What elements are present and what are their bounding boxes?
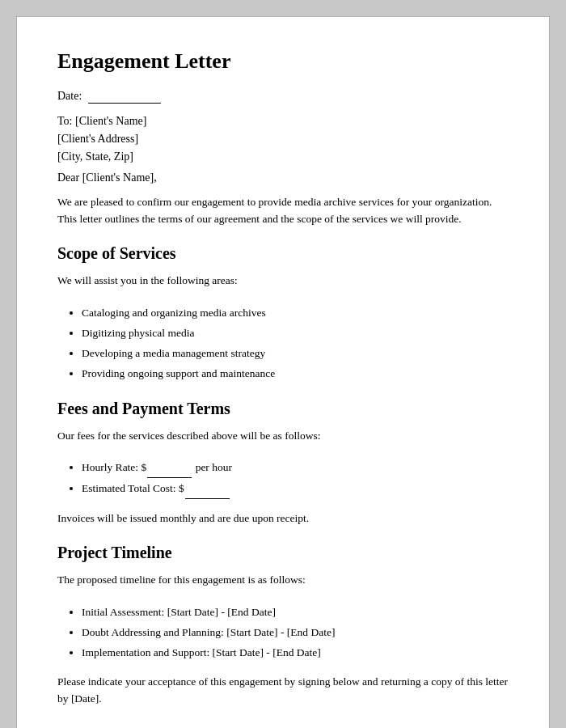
invoice-note: Invoices will be issued monthly and are … xyxy=(57,510,509,527)
document: Engagement Letter Date: To: [Client's Na… xyxy=(16,16,550,728)
city-line: [City, State, Zip] xyxy=(57,150,509,163)
list-item: Cataloging and organizing media archives xyxy=(82,304,509,323)
fees-list: Hourly Rate: $ per hour Estimated Total … xyxy=(82,459,509,499)
salutation: Dear [Client's Name], xyxy=(57,171,509,184)
to-line: To: [Client's Name] xyxy=(57,115,509,128)
address-line: [Client's Address] xyxy=(57,133,509,146)
timeline-heading: Project Timeline xyxy=(57,544,509,562)
date-label: Date: xyxy=(57,90,82,102)
closing-paragraph: Please indicate your acceptance of this … xyxy=(57,674,509,708)
total-cost-field xyxy=(185,480,230,499)
scope-heading: Scope of Services xyxy=(57,244,509,263)
fees-heading: Fees and Payment Terms xyxy=(57,400,509,418)
list-item: Initial Assessment: [Start Date] - [End … xyxy=(82,603,509,622)
document-title: Engagement Letter xyxy=(57,49,509,74)
timeline-list: Initial Assessment: [Start Date] - [End … xyxy=(82,603,509,662)
list-item: Digitizing physical media xyxy=(82,324,509,343)
list-item: Estimated Total Cost: $ xyxy=(82,480,509,499)
fees-intro: Our fees for the services described abov… xyxy=(57,428,509,445)
list-item: Providing ongoing support and maintenanc… xyxy=(82,365,509,383)
list-item: Developing a media management strategy xyxy=(82,345,509,363)
scope-list: Cataloging and organizing media archives… xyxy=(82,304,509,383)
hourly-rate-field xyxy=(147,459,192,478)
list-item: Implementation and Support: [Start Date]… xyxy=(82,644,509,662)
scope-intro: We will assist you in the following area… xyxy=(57,273,509,290)
list-item: Doubt Addressing and Planning: [Start Da… xyxy=(82,624,509,642)
date-underline xyxy=(88,90,161,104)
intro-paragraph: We are pleased to confirm our engagement… xyxy=(57,194,509,228)
timeline-intro: The proposed timeline for this engagemen… xyxy=(57,572,509,589)
date-line: Date: xyxy=(57,90,509,104)
list-item: Hourly Rate: $ per hour xyxy=(82,459,509,478)
